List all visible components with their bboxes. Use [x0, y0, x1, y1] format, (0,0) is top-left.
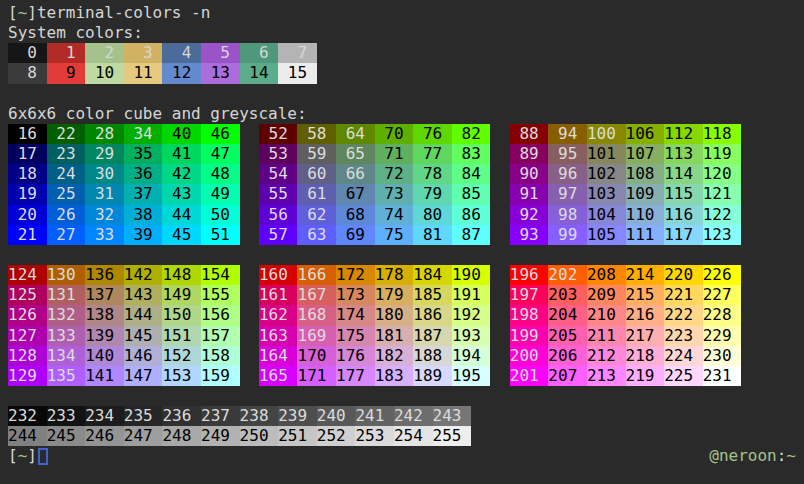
cube-block-16: 172329354147 [8, 144, 240, 164]
color-cell-194: 194 [452, 346, 491, 366]
color-cell-185: 185 [413, 285, 452, 305]
color-cell-143: 143 [124, 285, 163, 305]
color-cell-182: 182 [375, 346, 414, 366]
greyscale-row-232-243: 232233234235236237238239240241242243 [8, 406, 804, 426]
color-cell-66: 66 [336, 164, 375, 184]
color-cell-79: 79 [413, 184, 452, 204]
color-cell-135: 135 [47, 366, 86, 386]
terminal-window[interactable]: [~]terminal-colors -n System colors: 012… [0, 0, 804, 484]
color-cell-150: 150 [162, 305, 201, 325]
system-colors-row-0-7: 01234567 [8, 43, 804, 63]
color-cell-19: 19 [8, 184, 47, 204]
color-cell-8: 8 [8, 63, 47, 83]
color-cell-11: 11 [124, 63, 163, 83]
color-cell-254: 254 [394, 426, 433, 446]
blank-line [8, 84, 804, 104]
cube-block-16: 162228344046 [8, 124, 240, 144]
color-cell-255: 255 [433, 426, 472, 446]
color-cell-91: 91 [510, 184, 549, 204]
color-cell-46: 46 [201, 124, 240, 144]
prompt-line: [~]@neroon:~ [8, 446, 804, 466]
cube-block-52: 556167737985 [259, 184, 491, 204]
color-cell-235: 235 [124, 406, 163, 426]
color-cell-102: 102 [587, 164, 626, 184]
color-cell-49: 49 [201, 184, 240, 204]
color-cell-168: 168 [297, 305, 336, 325]
color-cell-107: 107 [626, 144, 665, 164]
color-cell-147: 147 [124, 366, 163, 386]
color-cell-42: 42 [162, 164, 201, 184]
color-cell-251: 251 [278, 426, 317, 446]
color-cell-31: 31 [85, 184, 124, 204]
color-cell-153: 153 [162, 366, 201, 386]
color-cell-183: 183 [375, 366, 414, 386]
color-cell-124: 124 [8, 265, 47, 285]
cube-block-52: 566268748086 [259, 205, 491, 225]
color-cell-75: 75 [375, 225, 414, 245]
color-cell-113: 113 [664, 144, 703, 164]
color-cell-4: 4 [162, 43, 201, 63]
color-cell-169: 169 [297, 326, 336, 346]
color-cell-122: 122 [703, 205, 742, 225]
color-cell-156: 156 [201, 305, 240, 325]
color-cell-64: 64 [336, 124, 375, 144]
system-colors-row-8-15: 89101112131415 [8, 63, 804, 83]
color-cell-223: 223 [664, 326, 703, 346]
color-cell-60: 60 [297, 164, 336, 184]
color-cell-1: 1 [47, 43, 86, 63]
color-cell-28: 28 [85, 124, 124, 144]
color-cell-187: 187 [413, 326, 452, 346]
color-cell-137: 137 [85, 285, 124, 305]
color-cell-93: 93 [510, 225, 549, 245]
color-cell-237: 237 [201, 406, 240, 426]
cube-row: 1723293541475359657177838995101107113119 [8, 144, 804, 164]
color-cell-0: 0 [8, 43, 47, 63]
color-cell-220: 220 [664, 265, 703, 285]
color-cell-15: 15 [278, 63, 317, 83]
color-cell-70: 70 [375, 124, 414, 144]
color-cell-159: 159 [201, 366, 240, 386]
color-cell-54: 54 [259, 164, 298, 184]
color-cell-115: 115 [664, 184, 703, 204]
color-cell-244: 244 [8, 426, 47, 446]
color-cell-177: 177 [336, 366, 375, 386]
color-cell-191: 191 [452, 285, 491, 305]
color-cell-188: 188 [413, 346, 452, 366]
color-cell-47: 47 [201, 144, 240, 164]
color-cell-186: 186 [413, 305, 452, 325]
cube-block-160: 164170176182188194 [259, 346, 491, 366]
color-cell-34: 34 [124, 124, 163, 144]
cube-block-88: 8995101107113119 [510, 144, 742, 164]
command-line: [~]terminal-colors -n [8, 3, 804, 23]
color-cell-215: 215 [626, 285, 665, 305]
color-cell-92: 92 [510, 205, 549, 225]
prompt-bracket-close: ] [27, 446, 37, 465]
cube-row: 2127333945515763697581879399105111117123 [8, 225, 804, 245]
prompt-home-tilde: ~ [18, 446, 28, 465]
color-cell-13: 13 [201, 63, 240, 83]
color-cell-184: 184 [413, 265, 452, 285]
color-cell-138: 138 [85, 305, 124, 325]
color-cell-200: 200 [510, 346, 549, 366]
color-cell-134: 134 [47, 346, 86, 366]
terminal-cursor[interactable] [38, 448, 48, 465]
color-cell-144: 144 [124, 305, 163, 325]
color-cell-14: 14 [240, 63, 279, 83]
color-cell-218: 218 [626, 346, 665, 366]
color-cell-83: 83 [452, 144, 491, 164]
cube-block-16: 212733394551 [8, 225, 240, 245]
color-cell-120: 120 [703, 164, 742, 184]
cube-block-16: 182430364248 [8, 164, 240, 184]
color-cell-211: 211 [587, 326, 626, 346]
color-cell-206: 206 [548, 346, 587, 366]
color-cell-73: 73 [375, 184, 414, 204]
color-cell-27: 27 [47, 225, 86, 245]
cube-block-196: 196202208214220226 [510, 265, 742, 285]
color-cell-133: 133 [47, 326, 86, 346]
color-cell-224: 224 [664, 346, 703, 366]
color-cell-81: 81 [413, 225, 452, 245]
cube-block-196: 200206212218224230 [510, 346, 742, 366]
cube-block-88: 9298104110116122 [510, 205, 742, 225]
cube-row: 1251311371431491551611671731791851911972… [8, 285, 804, 305]
color-cell-94: 94 [548, 124, 587, 144]
